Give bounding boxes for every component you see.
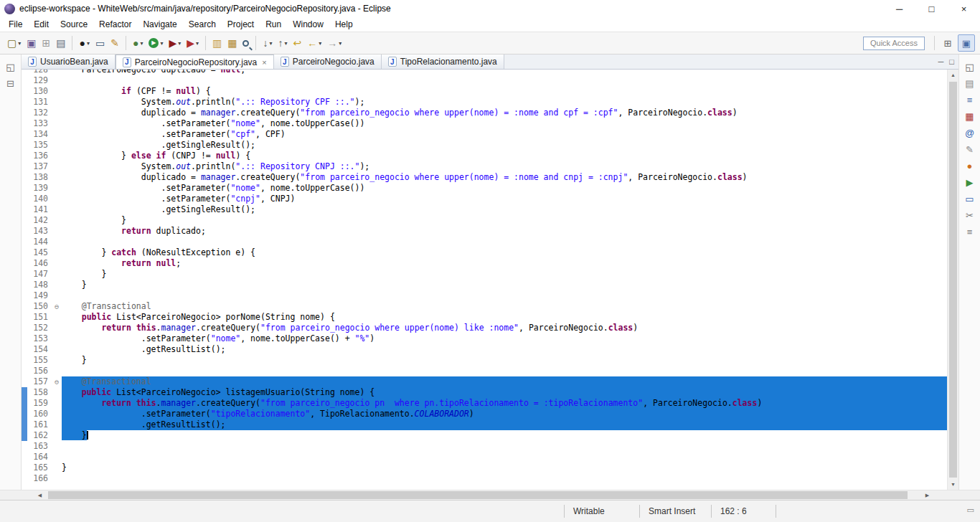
code-text[interactable]: .getSingleResult(); [62, 204, 947, 215]
dropdown-arrow-icon[interactable]: ▾ [87, 40, 90, 47]
code-text[interactable]: @Transactional [62, 301, 947, 312]
line-number[interactable]: 147 [27, 269, 52, 280]
dropdown-arrow-icon[interactable]: ▾ [284, 40, 287, 47]
code-text[interactable]: .setParameter("nome", nome.toUpperCase()… [62, 333, 947, 344]
dropdown-arrow-icon[interactable]: ▾ [140, 40, 143, 47]
hierarchy-icon[interactable]: ≡ [967, 227, 973, 238]
fold-collapse-icon[interactable]: ⊖ [52, 376, 62, 387]
console-icon[interactable]: ▭ [965, 194, 974, 205]
line-number[interactable]: 149 [27, 290, 52, 301]
code-text[interactable] [62, 473, 947, 484]
web-browser-button[interactable]: ●▾ [77, 34, 91, 52]
code-text[interactable]: return duplicado; [62, 226, 947, 237]
menu-edit[interactable]: Edit [28, 18, 55, 31]
code-text[interactable] [62, 366, 947, 376]
menu-navigate[interactable]: Navigate [137, 18, 182, 31]
minimize-window-button[interactable]: ─ [883, 0, 915, 17]
line-number[interactable]: 164 [27, 452, 52, 462]
line-number[interactable]: 155 [27, 355, 52, 366]
line-number[interactable]: 139 [27, 183, 52, 194]
declaration-icon[interactable]: ✎ [966, 144, 974, 156]
save-all-button[interactable]: ⊞ [39, 34, 52, 52]
line-number[interactable]: 160 [27, 409, 52, 419]
restore-views-icon[interactable]: ◱ [6, 62, 14, 73]
line-number[interactable]: 146 [27, 258, 52, 269]
line-number[interactable]: 130 [27, 86, 52, 97]
line-number[interactable]: 144 [27, 237, 52, 247]
line-number[interactable]: 128 [27, 70, 52, 75]
open-perspective-button[interactable]: ⊞ [939, 34, 956, 52]
line-number[interactable]: 152 [27, 323, 52, 333]
menu-refactor[interactable]: Refactor [93, 18, 137, 31]
code-text[interactable]: } [62, 215, 947, 226]
code-text[interactable]: @Transactional [62, 376, 947, 387]
code-text[interactable]: public List<ParceiroNegocio> listagemUsu… [62, 387, 947, 398]
code-text[interactable]: duplicado = manager.createQuery("from pa… [62, 108, 947, 118]
line-number[interactable]: 136 [27, 151, 52, 161]
horizontal-scroll-thumb[interactable] [48, 491, 908, 499]
line-number[interactable]: 142 [27, 215, 52, 226]
console-button[interactable]: ▭ [93, 34, 107, 52]
next-annotation-button[interactable]: ↓▾ [260, 34, 274, 52]
line-number[interactable]: 154 [27, 344, 52, 355]
line-number[interactable]: 131 [27, 97, 52, 108]
code-text[interactable]: public List<ParceiroNegocio> porNome(Str… [62, 312, 947, 323]
save-button[interactable]: ▣ [24, 34, 38, 52]
dropdown-arrow-icon[interactable]: ▾ [269, 40, 272, 47]
dropdown-arrow-icon[interactable]: ▾ [18, 40, 21, 47]
tab-tiporelacionamento-java[interactable]: JTipoRelacionamento.java [382, 54, 504, 69]
code-text[interactable]: if (CPF != null) { [62, 86, 947, 97]
close-window-button[interactable]: × [948, 0, 980, 17]
import-button[interactable]: ▦ [225, 34, 239, 52]
line-number[interactable]: 138 [27, 172, 52, 183]
code-text[interactable]: } [62, 355, 947, 366]
menu-project[interactable]: Project [222, 18, 260, 31]
menu-search[interactable]: Search [183, 18, 222, 31]
search-button[interactable] [240, 34, 251, 52]
scroll-right-icon[interactable]: ▶ [922, 490, 933, 500]
menu-window[interactable]: Window [287, 18, 329, 31]
task-list-icon[interactable]: ▤ [965, 78, 974, 90]
open-folder-button[interactable]: ▥ [210, 34, 224, 52]
external-tools-button[interactable]: ▶▾ [184, 34, 201, 52]
code-text[interactable]: .setParameter("tipoRelacionamento", Tipo… [62, 409, 947, 419]
problems-icon[interactable]: ▦ [965, 111, 974, 123]
line-number[interactable]: 145 [27, 247, 52, 258]
dropdown-arrow-icon[interactable]: ▾ [196, 40, 199, 47]
line-number[interactable]: 156 [27, 366, 52, 376]
previous-annotation-button[interactable]: ↑▾ [275, 34, 289, 52]
line-number[interactable]: 162 [27, 430, 52, 441]
line-number[interactable]: 150 [27, 301, 52, 312]
close-tab-icon[interactable]: × [262, 58, 266, 67]
print-button[interactable]: ▤ [54, 34, 67, 52]
insert-mode-status[interactable]: Smart Insert [639, 505, 711, 518]
line-number[interactable]: 129 [27, 75, 52, 86]
code-text[interactable] [62, 75, 947, 86]
line-number[interactable]: 153 [27, 333, 52, 344]
horizontal-scroll-track[interactable] [45, 490, 922, 500]
code-text[interactable] [62, 237, 947, 247]
menu-run[interactable]: Run [260, 18, 287, 31]
last-edit-location-button[interactable]: ↩ [291, 34, 304, 52]
line-number[interactable]: 157 [27, 376, 52, 387]
horizontal-scrollbar[interactable]: ◀ ▶ [0, 490, 980, 500]
line-number[interactable]: 135 [27, 140, 52, 151]
line-number[interactable]: 151 [27, 312, 52, 323]
code-text[interactable]: } [62, 280, 947, 290]
menu-file[interactable]: File [3, 18, 28, 31]
minimize-editor-icon[interactable]: ─ [938, 57, 944, 66]
line-number[interactable]: 159 [27, 398, 52, 409]
code-text[interactable]: return this.manager.createQuery("from pa… [62, 398, 947, 409]
dropdown-arrow-icon[interactable]: ▾ [339, 40, 341, 47]
fold-collapse-icon[interactable]: ⊖ [52, 301, 62, 312]
vertical-scrollbar[interactable]: ▲ ▼ [947, 70, 958, 490]
forward-button[interactable]: →▾ [325, 34, 344, 52]
new-wizard-button[interactable]: ▢▾ [5, 34, 23, 52]
line-number[interactable]: 158 [27, 387, 52, 398]
coverage-button[interactable]: ▶▾ [166, 34, 183, 52]
code-text[interactable]: .getResultList(); [62, 344, 947, 355]
code-text[interactable]: } catch (NoResultException e) { [62, 247, 947, 258]
line-number[interactable]: 143 [27, 226, 52, 237]
code-text[interactable]: .setParameter("cnpj", CNPJ) [62, 194, 947, 204]
line-number[interactable]: 134 [27, 129, 52, 140]
